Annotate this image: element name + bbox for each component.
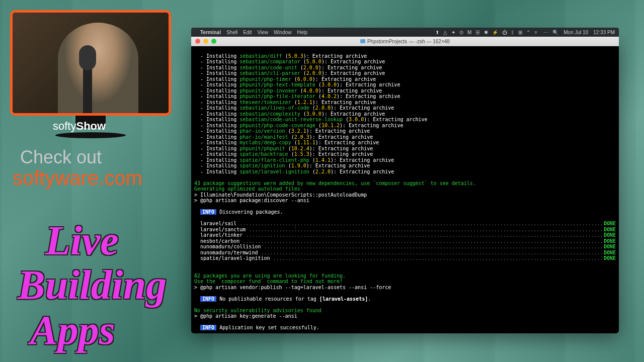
window-titlebar[interactable]: PhpstormProjects — -zsh — 162×48 xyxy=(191,37,619,46)
live-text-2: Building xyxy=(18,265,167,305)
info-publish-post: . xyxy=(368,296,371,302)
menubar-item-window[interactable]: Window xyxy=(274,30,292,35)
menubar-status-icon[interactable]: ⬆ xyxy=(435,30,439,35)
menubar-item-help[interactable]: Help xyxy=(297,30,308,35)
discovered-package-row: nunomaduro/collision ...................… xyxy=(194,244,616,250)
script-line-2: > @php artisan package:discover --ansi xyxy=(194,198,309,203)
script-line-4: > @php artisan key:generate --ansi xyxy=(194,313,297,319)
show-suffix: Show xyxy=(76,120,106,132)
webcam-person xyxy=(58,23,138,113)
suggest-line: 43 package suggestions were added by new… xyxy=(194,180,476,186)
live-text-1: Live xyxy=(45,221,119,260)
check-out-text: Check out xyxy=(20,147,102,168)
menubar-time[interactable]: 12:33 PM xyxy=(593,30,615,35)
info-badge: INFO xyxy=(200,209,216,215)
minimize-button[interactable] xyxy=(203,39,208,44)
softyware-link: softyware.com xyxy=(13,167,142,190)
funding-line-2: Use the `composer fund` command to find … xyxy=(194,279,343,284)
menubar-item-shell[interactable]: Shell xyxy=(226,30,237,35)
window-title-suffix: — -zsh — 162×48 xyxy=(409,39,450,44)
menubar-status-icon[interactable]: ⊞ xyxy=(518,30,522,35)
info-key: Application key set successfully. xyxy=(219,325,319,330)
menubar-status-icon[interactable]: ⌃ xyxy=(526,30,530,35)
menubar-status-icon[interactable]: M xyxy=(467,30,471,35)
menubar-status-icon[interactable]: ᯤ xyxy=(534,30,539,35)
menubar-status-icon[interactable]: ⋯ xyxy=(543,30,548,35)
window-title: PhpstormProjects — -zsh — 162×48 xyxy=(360,39,450,44)
folder-icon xyxy=(360,39,365,43)
discovered-package-row: spatie/laravel-ignition ................… xyxy=(194,255,616,261)
info-badge: INFO xyxy=(200,325,216,330)
discovered-package-row: nesbot/carbon ..........................… xyxy=(194,238,616,244)
window-title-folder: PhpstormProjects xyxy=(367,39,407,44)
menubar-date[interactable]: Mon Jul 10 xyxy=(564,30,588,35)
menubar-status-icon[interactable]: ✱ xyxy=(484,30,488,35)
script-line-3: > @php artisan vendor:publish --tag=lara… xyxy=(194,285,391,290)
info-publish-tag: [laravel-assets] xyxy=(319,296,368,302)
menubar-app-name[interactable]: Terminal xyxy=(200,30,221,35)
info-publish-pre: No publishable resources for tag xyxy=(219,296,319,302)
zoom-button[interactable] xyxy=(211,39,216,44)
show-label: softyShow xyxy=(53,120,106,133)
discovered-package-row: laravel/sail ...........................… xyxy=(194,221,616,227)
webcam-feed xyxy=(10,10,171,116)
menubar-status-icon[interactable]: △ xyxy=(443,30,447,35)
webcam-microphone xyxy=(83,53,92,113)
menubar-status-icon[interactable]: ⏻ xyxy=(502,30,507,35)
install-lines: - Installing sebastian/diff (5.0.3): Ext… xyxy=(194,53,616,175)
menubar-item-view[interactable]: View xyxy=(257,30,268,35)
script-line-1: > Illuminate\Foundation\ComposerScripts:… xyxy=(194,192,367,198)
discovered-package-row: nunomaduro/termwind ....................… xyxy=(194,250,616,256)
menubar-item-edit[interactable]: Edit xyxy=(243,30,252,35)
macos-menubar[interactable]: Terminal ShellEditViewWindowHelp ⬆△✦⊙M☰✱… xyxy=(191,28,619,37)
menubar-status-icon[interactable]: ⚡ xyxy=(492,30,498,35)
terminal-content[interactable]: - Installing sebastian/diff (5.0.3): Ext… xyxy=(191,46,619,333)
terminal-window[interactable]: PhpstormProjects — -zsh — 162×48 - Insta… xyxy=(191,37,619,333)
funding-line-1: 82 packages you are using are looking fo… xyxy=(194,273,346,279)
discovered-package-row: laravel/tinker .........................… xyxy=(194,232,616,238)
discovered-package-row: laravel/sanctum ........................… xyxy=(194,227,616,233)
text-cursor-icon: I xyxy=(294,223,297,231)
show-prefix: softy xyxy=(53,120,76,132)
autoload-line: Generating optimized autoload files xyxy=(194,186,300,192)
live-text-3: Apps xyxy=(30,311,115,350)
info-badge: INFO xyxy=(200,296,216,302)
info-discover: Discovering packages. xyxy=(219,209,283,215)
menubar-status-icon[interactable]: ⊙ xyxy=(459,30,463,35)
menubar-status-icon[interactable]: 🔍 xyxy=(552,30,558,35)
security-line: No security vulnerability advisories fou… xyxy=(194,308,321,313)
menubar-status-icon[interactable]: ☰ xyxy=(475,30,480,35)
close-button[interactable] xyxy=(195,39,200,44)
menubar-status-icon[interactable]: ᛒ xyxy=(511,30,514,35)
menubar-status-icon[interactable]: ✦ xyxy=(451,30,455,35)
